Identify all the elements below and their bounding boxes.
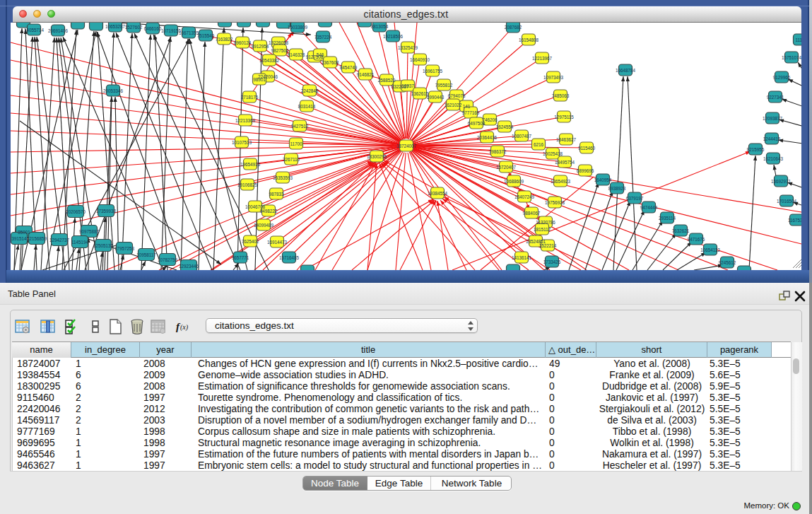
svg-text:9657771: 9657771 [232, 255, 249, 260]
svg-text:1640954: 1640954 [594, 177, 612, 182]
svg-text:10958117: 10958117 [136, 252, 156, 257]
svg-text:8454749: 8454749 [340, 65, 358, 70]
svg-text:12037: 12037 [401, 83, 414, 88]
svg-text:10654112: 10654112 [700, 247, 720, 252]
svg-text:1527602: 1527602 [125, 25, 143, 30]
svg-text:8960124: 8960124 [234, 40, 252, 45]
svg-text:17016504: 17016504 [777, 199, 797, 204]
svg-text:10782759: 10782759 [158, 257, 178, 262]
svg-text:18463627: 18463627 [556, 137, 577, 142]
svg-text:10973493: 10973493 [543, 75, 564, 80]
svg-text:6794078: 6794078 [448, 93, 466, 98]
svg-text:12942737: 12942737 [49, 238, 70, 243]
svg-text:17359938: 17359938 [96, 209, 117, 214]
svg-text:1621022: 1621022 [445, 103, 462, 107]
svg-text:12975115: 12975115 [554, 115, 574, 119]
svg-text:6990443: 6990443 [427, 95, 445, 100]
svg-text:1145194: 1145194 [71, 240, 89, 245]
svg-text:2588520: 2588520 [378, 78, 396, 83]
svg-text:20053346: 20053346 [103, 88, 124, 93]
svg-text:16210643: 16210643 [763, 156, 784, 161]
svg-text:9129966: 9129966 [773, 75, 791, 80]
svg-text:18495754: 18495754 [555, 160, 575, 165]
svg-text:10107513: 10107513 [232, 140, 252, 145]
svg-text:19218506: 19218506 [383, 34, 404, 39]
svg-text:6497508: 6497508 [468, 121, 486, 126]
svg-text:11700: 11700 [290, 141, 302, 146]
svg-text:1815112: 1815112 [534, 227, 551, 232]
svg-text:9427512: 9427512 [291, 124, 309, 129]
svg-text:6216: 6216 [534, 142, 544, 147]
svg-text:12093877: 12093877 [763, 116, 783, 121]
svg-text:6379197: 6379197 [626, 196, 644, 201]
svg-text:9777169: 9777169 [462, 110, 480, 115]
svg-text:16671355: 16671355 [179, 30, 199, 35]
svg-text:8938928: 8938928 [608, 186, 626, 191]
svg-text:15353593: 15353593 [273, 175, 293, 180]
svg-text:15716485: 15716485 [279, 255, 300, 260]
svg-text:987833: 987833 [269, 192, 284, 197]
svg-text:1244415: 1244415 [763, 136, 781, 141]
svg-text:10807487: 10807487 [512, 134, 532, 139]
svg-text:16961755: 16961755 [423, 69, 443, 74]
svg-text:7955812: 7955812 [435, 83, 453, 88]
svg-text:8813054: 8813054 [371, 24, 389, 29]
svg-text:1733426: 1733426 [543, 259, 561, 264]
svg-text:(x): (x) [180, 323, 189, 332]
svg-text:17957253: 17957253 [114, 246, 135, 251]
svg-text:7632621: 7632621 [672, 228, 690, 233]
svg-text:546: 546 [317, 52, 324, 57]
svg-text:16648784: 16648784 [616, 68, 636, 73]
svg-text:18300295: 18300295 [367, 154, 387, 159]
svg-text:6899695: 6899695 [577, 168, 594, 173]
svg-text:2718176: 2718176 [241, 95, 259, 100]
svg-text:10543382: 10543382 [259, 58, 280, 63]
svg-text:8471676: 8471676 [688, 237, 705, 242]
svg-text:19654915: 19654915 [240, 162, 261, 167]
svg-text:19756928: 19756928 [545, 200, 565, 205]
svg-text:9884067: 9884067 [523, 211, 541, 216]
svg-text:9245612: 9245612 [719, 260, 736, 265]
svg-text:8912954: 8912954 [252, 44, 269, 49]
svg-text:9474444: 9474444 [640, 205, 658, 210]
svg-text:7625402: 7625402 [242, 239, 259, 244]
svg-text:1117: 1117 [795, 37, 801, 42]
svg-text:2935114: 2935114 [659, 216, 676, 221]
svg-text:14055714: 14055714 [24, 28, 45, 33]
svg-text:1522214: 1522214 [539, 243, 557, 248]
svg-text:8146328: 8146328 [288, 52, 305, 57]
svg-text:15692971: 15692971 [771, 179, 792, 184]
svg-text:7163822: 7163822 [216, 37, 233, 42]
svg-text:7357224: 7357224 [314, 35, 332, 40]
svg-text:15720407: 15720407 [496, 165, 517, 170]
svg-text:13654923: 13654923 [551, 179, 571, 184]
svg-text:85001: 85001 [18, 230, 30, 235]
svg-text:10025438: 10025438 [543, 151, 563, 156]
svg-text:8215955: 8215955 [747, 147, 765, 152]
svg-text:9146821: 9146821 [357, 72, 375, 77]
svg-text:7485063: 7485063 [552, 93, 570, 98]
svg-text:2242848: 2242848 [301, 88, 319, 93]
svg-text:13325419: 13325419 [398, 45, 418, 50]
svg-text:12213967: 12213967 [532, 56, 553, 61]
svg-text:12923446: 12923446 [179, 264, 199, 269]
svg-text:9115460: 9115460 [578, 146, 596, 151]
svg-text:2087682: 2087682 [505, 25, 522, 30]
svg-text:16914473: 16914473 [267, 240, 288, 245]
svg-text:12505135: 12505135 [93, 243, 114, 248]
svg-text:98901: 98901 [253, 77, 266, 82]
svg-text:2367608: 2367608 [322, 60, 339, 65]
svg-text:10688609: 10688609 [504, 179, 524, 184]
svg-text:391514: 391514 [11, 236, 27, 241]
svg-text:15751074: 15751074 [782, 55, 801, 60]
svg-text:9827502: 9827502 [271, 48, 289, 53]
svg-text:19384554: 19384554 [428, 191, 448, 196]
svg-text:16640910: 16640910 [410, 57, 430, 62]
svg-text:3267110: 3267110 [283, 157, 300, 162]
svg-text:18407249: 18407249 [514, 194, 535, 199]
svg-text:18724007: 18724007 [396, 144, 417, 148]
svg-text:16154808: 16154808 [519, 37, 539, 42]
svg-text:20691406: 20691406 [48, 28, 69, 33]
svg-text:16033809: 16033809 [288, 25, 308, 30]
svg-text:8031414: 8031414 [298, 104, 316, 109]
